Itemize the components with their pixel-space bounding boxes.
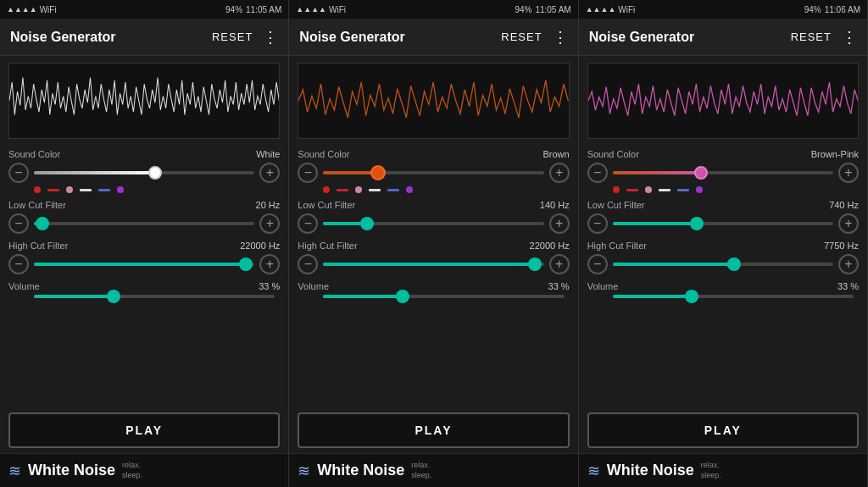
volume-row-3: Volume 33 % <box>587 281 859 298</box>
reset-button-3[interactable]: RESET <box>791 30 832 43</box>
volume-track-3[interactable] <box>613 295 854 298</box>
phone-panel-1: ▲▲▲▲ WiFi 94% 11:05 AM Noise Generator R… <box>0 0 289 487</box>
footer-icon-3: ≋ <box>587 462 600 480</box>
play-button-2[interactable]: PLAY <box>298 412 569 448</box>
waveform-1 <box>8 63 280 139</box>
sound-color-track-3[interactable] <box>613 171 833 174</box>
color-dot-pink-2 <box>355 186 362 193</box>
controls-1: Sound Color White − + <box>0 146 288 407</box>
waveform-2 <box>298 63 569 139</box>
low-cut-minus-2[interactable]: − <box>298 213 318 234</box>
play-button-1[interactable]: PLAY <box>8 412 280 448</box>
footer-2: ≋ White Noise relax. sleep. <box>289 453 577 487</box>
app-title-1: Noise Generator <box>10 30 212 45</box>
low-cut-plus-3[interactable]: + <box>838 213 859 234</box>
footer-3: ≋ White Noise relax. sleep. <box>579 453 867 487</box>
sound-color-row-1: Sound Color White − + <box>8 149 280 193</box>
color-dash-3 <box>626 189 638 191</box>
low-cut-plus-2[interactable]: + <box>549 213 570 234</box>
battery-2: 94% <box>515 5 531 14</box>
status-bar-1: ▲▲▲▲ WiFi 94% 11:05 AM <box>0 0 288 19</box>
phone-panel-2: ▲▲▲▲ WiFi 94% 11:05 AM Noise Generator R… <box>289 0 578 487</box>
reset-button-1[interactable]: RESET <box>212 30 253 43</box>
color-dots-2 <box>298 186 569 193</box>
color-dot-red-1 <box>34 186 41 193</box>
sound-color-track-2[interactable] <box>323 171 543 174</box>
low-cut-row-3: Low Cut Filter 740 Hz − + <box>587 200 859 234</box>
color-dot-pink-3 <box>645 186 652 193</box>
sound-color-plus-3[interactable]: + <box>838 163 859 183</box>
high-cut-label-1: High Cut Filter <box>8 241 68 251</box>
low-cut-track-1[interactable] <box>34 222 254 225</box>
menu-button-1[interactable]: ⋮ <box>263 28 278 47</box>
footer-1: ≋ White Noise relax. sleep. <box>0 453 288 487</box>
high-cut-minus-1[interactable]: − <box>8 254 29 274</box>
sound-color-plus-2[interactable]: + <box>549 163 570 183</box>
high-cut-row-1: High Cut Filter 22000 Hz − + <box>8 241 280 274</box>
controls-3: Sound Color Brown-Pink − + <box>579 146 867 407</box>
low-cut-value-3: 740 Hz <box>829 200 859 210</box>
high-cut-row-3: High Cut Filter 7750 Hz − + <box>587 241 859 274</box>
color-dot-purple-3 <box>696 186 703 193</box>
app-header-3: Noise Generator RESET ⋮ <box>579 19 867 56</box>
footer-brand-3: White Noise <box>607 462 694 479</box>
color-dot-red-3 <box>613 186 620 193</box>
high-cut-track-2[interactable] <box>323 263 543 266</box>
color-dash-white-3 <box>659 189 670 191</box>
sound-color-value-3: Brown-Pink <box>811 149 859 159</box>
low-cut-row-1: Low Cut Filter 20 Hz − + <box>8 200 280 234</box>
high-cut-minus-2[interactable]: − <box>298 254 318 274</box>
high-cut-track-3[interactable] <box>613 263 833 266</box>
color-dash-1 <box>47 189 59 191</box>
high-cut-plus-1[interactable]: + <box>259 254 280 274</box>
low-cut-track-2[interactable] <box>323 222 543 225</box>
sound-color-plus-1[interactable]: + <box>259 163 280 183</box>
signal-icons-2: ▲▲▲▲ WiFi <box>296 5 346 14</box>
sound-color-minus-3[interactable]: − <box>587 163 608 183</box>
menu-button-2[interactable]: ⋮ <box>553 28 568 47</box>
high-cut-minus-3[interactable]: − <box>587 254 608 274</box>
volume-track-1[interactable] <box>34 295 275 298</box>
high-cut-plus-3[interactable]: + <box>838 254 859 274</box>
color-dash-white-1 <box>80 189 92 191</box>
wifi-icon-3: WiFi <box>618 5 635 14</box>
status-bar-2: ▲▲▲▲ WiFi 94% 11:05 AM <box>289 0 577 19</box>
volume-value-2: 33 % <box>548 281 570 291</box>
volume-track-2[interactable] <box>323 295 564 298</box>
sound-color-value-2: Brown <box>542 149 569 159</box>
color-dash-blue-3 <box>677 189 689 191</box>
color-dot-purple-1 <box>117 186 124 193</box>
color-dash-2 <box>337 189 348 191</box>
sound-color-row-2: Sound Color Brown − + <box>298 149 569 193</box>
battery-1: 94% <box>225 5 242 14</box>
low-cut-plus-1[interactable]: + <box>259 213 280 234</box>
color-dot-red-2 <box>323 186 330 193</box>
app-title-3: Noise Generator <box>589 30 791 45</box>
menu-button-3[interactable]: ⋮ <box>842 28 857 47</box>
play-button-3[interactable]: PLAY <box>587 412 859 448</box>
sound-color-minus-2[interactable]: − <box>298 163 318 183</box>
low-cut-track-3[interactable] <box>613 222 833 225</box>
reset-button-2[interactable]: RESET <box>501 30 542 43</box>
battery-3: 94% <box>804 5 821 14</box>
sound-color-label-1: Sound Color <box>8 149 60 159</box>
sound-color-track-1[interactable] <box>34 171 254 174</box>
volume-value-1: 33 % <box>259 281 280 291</box>
low-cut-label-1: Low Cut Filter <box>8 200 66 210</box>
color-dash-white-2 <box>369 189 381 191</box>
volume-row-1: Volume 33 % <box>8 281 280 298</box>
time-3: 11:06 AM <box>825 5 860 14</box>
time-2: 11:05 AM <box>535 5 570 14</box>
color-dots-1 <box>8 186 280 193</box>
low-cut-minus-3[interactable]: − <box>587 213 608 234</box>
footer-brand-2: White Noise <box>317 462 404 479</box>
wifi-icon-2: WiFi <box>329 5 346 14</box>
high-cut-plus-2[interactable]: + <box>549 254 570 274</box>
high-cut-track-1[interactable] <box>34 263 254 266</box>
high-cut-row-2: High Cut Filter 22000 Hz − + <box>298 241 569 274</box>
sound-color-minus-1[interactable]: − <box>8 163 29 183</box>
footer-icon-2: ≋ <box>298 462 310 480</box>
high-cut-value-2: 22000 Hz <box>530 241 570 251</box>
low-cut-minus-1[interactable]: − <box>8 213 29 234</box>
volume-label-3: Volume <box>587 281 619 291</box>
